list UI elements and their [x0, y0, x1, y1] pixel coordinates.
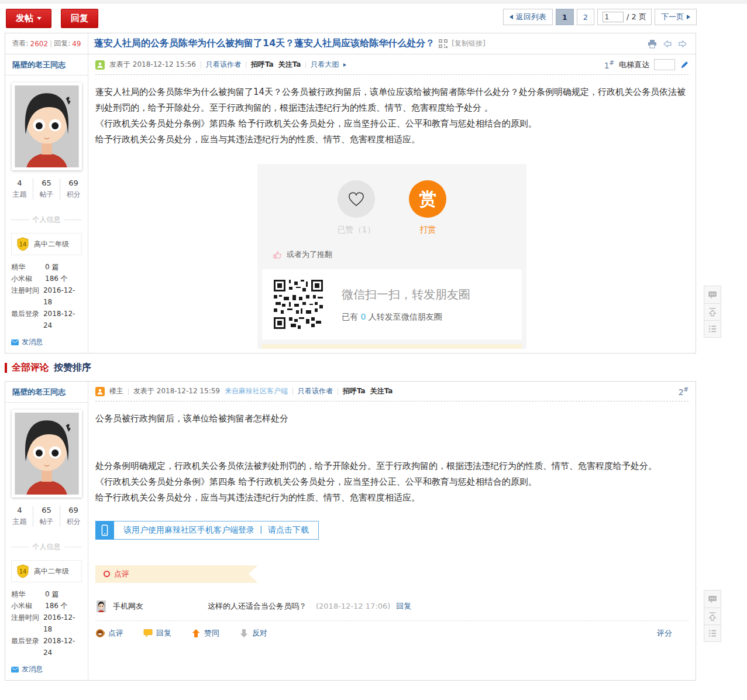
comment-user[interactable]: 手机网友 [113, 601, 167, 612]
arrow-right-icon [343, 63, 346, 67]
views-label: 查看: [12, 39, 29, 49]
quick-comment-button[interactable] [704, 286, 721, 303]
toolbar-row: 发帖 回复 返回列表 1 2 / 2 页 下一页 [0, 4, 747, 33]
post-1-header: 发表于 2018-12-12 15:56 只看该作者 招呼Ta 关注Ta 只看大… [95, 54, 689, 75]
flip-like-row[interactable]: 或者为了推翻 [273, 249, 526, 260]
divider [292, 388, 293, 395]
stat-posts-value[interactable]: 65 [33, 506, 60, 514]
greet-link[interactable]: 招呼Ta [343, 386, 366, 396]
thread-table-2: 隔壁的老王同志 4 [5, 381, 696, 681]
stat-threads: 4 主题 [6, 179, 33, 200]
level-shield-icon: 14 [16, 564, 29, 578]
review-circle-icon [104, 571, 110, 577]
rate-link[interactable]: 评分 [657, 628, 672, 639]
elevator-input[interactable] [654, 59, 675, 70]
stat-credits-value[interactable]: 69 [60, 506, 87, 514]
stat-posts-value[interactable]: 65 [33, 179, 60, 187]
mobile-client-banner[interactable]: 该用户使用麻辣社区手机客户端登录 丨 请点击下载 [95, 521, 319, 540]
page-jump-box: / 2 页 [597, 9, 652, 25]
agree-action[interactable]: 赞同 [191, 628, 219, 639]
author-name[interactable]: 隔壁的老王同志 [5, 54, 88, 76]
qr-mini-icon[interactable] [439, 39, 447, 48]
chevron-down-icon [37, 17, 42, 20]
stat-credits-label[interactable]: 积分 [60, 190, 87, 200]
avatar[interactable] [12, 410, 82, 497]
sort-by-likes-link[interactable]: 按赞排序 [54, 362, 91, 374]
coffee-icon [95, 629, 105, 638]
thread-title-main: 蓬安人社局的公务员陈华为什么被拘留了14天？蓬安人社局应该给陈华什么处分？ [复… [88, 33, 648, 54]
reply-button[interactable]: 回复 [61, 9, 98, 28]
send-message-link[interactable]: 发消息 [5, 658, 88, 674]
stat-threads-label[interactable]: 主题 [6, 190, 33, 200]
print-icon[interactable] [648, 39, 657, 49]
oppose-action[interactable]: 反对 [239, 628, 267, 639]
comment-avatar[interactable] [95, 601, 107, 612]
views-count: 2602 [30, 40, 49, 48]
follow-link[interactable]: 关注Ta [278, 60, 301, 70]
stat-credits-label[interactable]: 积分 [60, 517, 87, 527]
field-value: 0 篇 [45, 588, 58, 600]
from-client-link[interactable]: 来自麻辣社区客户端 [225, 386, 288, 396]
reward-button[interactable]: 赏 [409, 180, 446, 218]
comment-time: (2018-12-12 17:06) [316, 602, 390, 610]
reply-action[interactable]: 回复 [143, 628, 171, 639]
to-top-icon [707, 611, 718, 622]
back-to-top-button[interactable] [704, 608, 721, 624]
send-message-label: 发消息 [22, 337, 43, 347]
page-jump-input[interactable] [603, 12, 624, 22]
thread-list-button[interactable] [704, 624, 721, 641]
list-icon [707, 628, 718, 639]
prev-thread-icon[interactable] [663, 40, 672, 48]
field-label: 最后登录 [11, 635, 43, 658]
stat-posts-label[interactable]: 帖子 [33, 190, 60, 200]
only-images-link[interactable]: 只看大图 [311, 60, 339, 70]
quick-comment-button[interactable] [704, 591, 721, 608]
back-to-top-button[interactable] [704, 303, 721, 320]
field-lastlogin: 最后登录 2018-12-24 [5, 308, 88, 331]
post-paragraph: 《行政机关公务员处分条例》第四条 给予行政机关公务员处分，应当坚持公正、公平和教… [95, 474, 689, 490]
page-2-button[interactable]: 2 [577, 9, 594, 25]
send-message-link[interactable]: 发消息 [5, 331, 88, 347]
post-paragraph [95, 442, 689, 458]
next-thread-icon[interactable] [678, 40, 687, 48]
wechat-headline: 微信扫一扫，转发朋友圈 [342, 287, 470, 303]
thread-list-button[interactable] [704, 320, 721, 337]
divider [305, 61, 306, 68]
next-page-button[interactable]: 下一页 [655, 9, 697, 25]
stat-credits-value[interactable]: 69 [60, 179, 87, 187]
avatar-image [15, 413, 79, 495]
greet-link[interactable]: 招呼Ta [251, 60, 274, 70]
only-author-link[interactable]: 只看该作者 [206, 60, 241, 70]
author-name[interactable]: 隔壁的老王同志 [5, 382, 88, 403]
comment-text: 这样的人还适合当公务员吗？ [208, 601, 307, 612]
only-author-link[interactable]: 只看该作者 [298, 386, 333, 396]
elevator-label: 电梯直达 [619, 60, 649, 70]
back-to-list-button[interactable]: 返回列表 [503, 9, 553, 25]
reward-label[interactable]: 打赏 [409, 225, 446, 235]
jump-pen-icon[interactable] [680, 60, 689, 69]
like-button[interactable] [338, 180, 375, 218]
author-stats: 4 主题 65 帖子 69 积分 [5, 176, 88, 207]
floor-number[interactable]: 2# [679, 386, 689, 397]
new-post-button[interactable]: 发帖 [6, 9, 51, 28]
avatar[interactable] [12, 83, 82, 170]
envelope-icon [11, 339, 19, 345]
page-1-button[interactable]: 1 [556, 9, 574, 25]
float-tools-post1 [704, 286, 721, 338]
review-action[interactable]: 点评 [95, 628, 123, 639]
copy-link[interactable]: [复制链接] [452, 39, 485, 49]
comment-bubble-icon [707, 594, 718, 605]
field-label: 注册时间 [11, 612, 43, 635]
comment-reply-link[interactable]: 回复 [396, 601, 411, 612]
stat-threads-value[interactable]: 4 [6, 179, 33, 187]
visitors-strip [262, 344, 522, 349]
level-name: 高中二年级 [34, 239, 69, 249]
floor-number[interactable]: 1# [604, 60, 614, 70]
stat-threads-value[interactable]: 4 [6, 506, 33, 514]
stat-posts-label[interactable]: 帖子 [33, 517, 60, 527]
stat-threads-label[interactable]: 主题 [6, 517, 33, 527]
field-value: 2018-12-24 [43, 635, 82, 658]
all-comments-label: 全部评论 [12, 362, 49, 374]
floor-value: 1 [604, 60, 610, 70]
follow-link[interactable]: 关注Ta [370, 386, 393, 396]
